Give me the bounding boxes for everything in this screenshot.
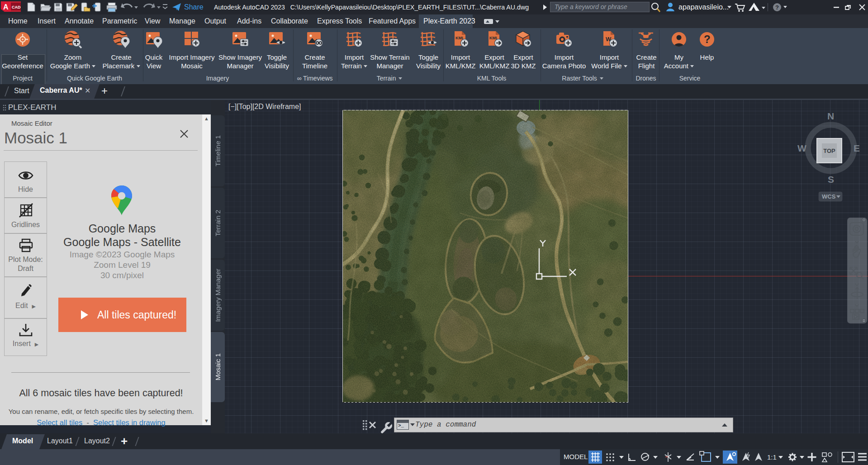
svg-text:WCS: WCS [822,193,836,200]
svg-text:E: E [854,143,860,153]
svg-text:Share: Share [184,3,204,11]
svg-text:?: ? [775,4,779,11]
svg-text:A: A [3,3,9,11]
svg-text:MODEL: MODEL [564,453,588,460]
svg-text:W: W [797,143,806,153]
svg-text:TOP: TOP [823,147,835,154]
svg-text:CAD: CAD [12,5,21,9]
svg-text:1:1: 1:1 [767,453,777,461]
svg-text:S: S [828,174,834,185]
svg-text:N: N [827,111,834,121]
svg-text:apapavasileio...: apapavasileio... [678,3,729,11]
